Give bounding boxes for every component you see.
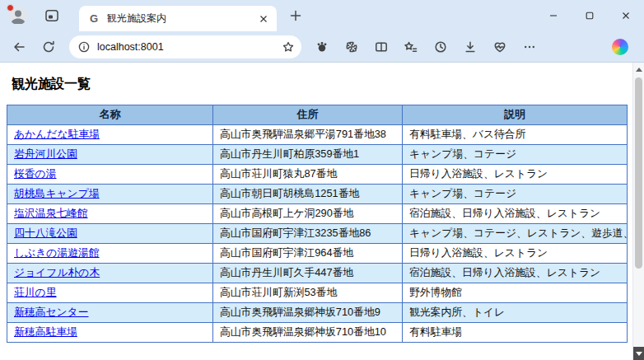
extension-icon-1[interactable] — [310, 35, 334, 59]
facility-link[interactable]: 岩舟河川公園 — [14, 147, 77, 160]
facility-link[interactable]: ジョイフル朴の木 — [14, 266, 100, 278]
facility-name-cell: 胡桃島キャンプ場 — [7, 185, 213, 204]
scroll-up-icon — [636, 68, 642, 72]
browser-essentials-icon[interactable] — [488, 35, 512, 59]
facility-description-cell: 有料駐車場、バス待合所 — [403, 125, 628, 145]
facility-name-cell: しぶきの湯遊湯館 — [7, 244, 213, 264]
browser-window: G 観光施設案内 — [0, 0, 644, 360]
facility-description-cell: 有料駐車場 — [403, 323, 628, 343]
browser-tab[interactable]: G 観光施設案内 — [79, 6, 277, 31]
column-header-name: 名称 — [7, 105, 213, 125]
table-header-row: 名称 住所 説明 — [7, 105, 628, 125]
scroll-up-button[interactable] — [633, 63, 644, 76]
scrollbar-thumb[interactable] — [635, 77, 642, 269]
table-row: ジョイフル朴の木 高山市丹生川町久手447番地 宿泊施設、日帰り入浴施設、レスト… — [7, 264, 628, 283]
facility-description-cell: キャンプ場、コテージ — [403, 185, 628, 204]
site-info-icon[interactable] — [77, 40, 91, 54]
facility-link[interactable]: 四十八滝公園 — [14, 227, 77, 239]
refresh-button[interactable] — [36, 35, 61, 59]
facility-name-cell: ジョイフル朴の木 — [7, 264, 213, 283]
facility-description-cell: 宿泊施設、日帰り入浴施設、レストラン — [403, 204, 628, 224]
maximize-icon — [586, 12, 594, 20]
facility-description-cell: 日帰り入浴施設、レストラン — [403, 244, 628, 264]
refresh-icon — [41, 40, 56, 54]
facility-address-cell: 高山市奥飛騨温泉郷神坂710番地9 — [213, 303, 403, 323]
facility-description-cell: キャンプ場、コテージ — [403, 145, 628, 165]
address-bar[interactable]: localhost:8001 — [69, 35, 301, 58]
facility-name-cell: 岩舟河川公園 — [7, 145, 213, 165]
table-row: 新穂高センター 高山市奥飛騨温泉郷神坂710番地9 観光案内所、トイレ — [7, 303, 628, 323]
split-screen-icon[interactable] — [369, 35, 394, 59]
notification-badge — [7, 4, 14, 12]
facility-address-cell: 高山市丹生川町柏原359番地1 — [213, 145, 403, 165]
more-menu-icon[interactable] — [517, 35, 542, 59]
tab-close-icon[interactable] — [255, 11, 272, 27]
page-viewport: 観光施設一覧 名称 住所 説明 あかんだな駐車場 高山市奥飛騨温泉郷平湯791番… — [0, 63, 644, 360]
minimize-button[interactable] — [535, 0, 572, 31]
facility-address-cell: 高山市国府町宇津江3235番地86 — [213, 224, 403, 244]
window-controls — [535, 0, 644, 31]
extensions-puzzle-icon[interactable] — [339, 35, 364, 59]
facility-name-cell: 荘川の里 — [7, 283, 213, 303]
facility-description-cell: 日帰り入浴施設、レストラン — [403, 165, 628, 185]
maximize-button[interactable] — [572, 0, 608, 31]
favorites-icon[interactable] — [399, 35, 423, 59]
facility-link[interactable]: しぶきの湯遊湯館 — [14, 246, 100, 259]
scroll-down-button[interactable] — [633, 347, 644, 360]
facility-name-cell: 新穂高駐車場 — [7, 323, 213, 343]
facility-address-cell: 高山市奥飛騨温泉郷平湯791番地38 — [213, 125, 403, 145]
back-button[interactable] — [7, 35, 31, 59]
facility-address-cell: 高山市朝日町胡桃島1251番地 — [213, 185, 403, 204]
facility-name-cell: 塩沢温泉七峰館 — [7, 204, 213, 224]
facility-description-cell: キャンプ場、コテージ、レストラン、遊歩道、 — [403, 224, 628, 244]
facility-address-cell: 高山市荘川町猿丸87番地 — [213, 165, 403, 185]
column-header-address: 住所 — [213, 105, 403, 125]
table-row: しぶきの湯遊湯館 高山市国府町宇津江964番地 日帰り入浴施設、レストラン — [7, 244, 628, 264]
table-row: あかんだな駐車場 高山市奥飛騨温泉郷平湯791番地38 有料駐車場、バス待合所 — [7, 125, 628, 145]
facility-address-cell: 高山市奥飛騨温泉郷神坂710番地10 — [213, 323, 403, 343]
downloads-icon[interactable] — [458, 35, 483, 59]
facility-address-cell: 高山市荘川町新渕53番地 — [213, 283, 403, 303]
copilot-button[interactable] — [608, 35, 632, 59]
close-icon — [622, 12, 630, 20]
facility-description-cell: 宿泊施設、日帰り入浴施設、レストラン — [403, 264, 628, 283]
close-button[interactable] — [608, 0, 644, 31]
facility-address-cell: 高山市高根町上ケ洞290番地 — [213, 204, 403, 224]
facility-name-cell: 桜香の湯 — [7, 165, 213, 185]
table-row: 荘川の里 高山市荘川町新渕53番地 野外博物館 — [7, 283, 628, 303]
tab-title: 観光施設案内 — [107, 12, 255, 26]
url-text: localhost:8001 — [97, 41, 282, 53]
new-tab-button[interactable] — [285, 5, 306, 26]
facility-link[interactable]: 塩沢温泉七峰館 — [14, 207, 88, 219]
table-row: 塩沢温泉七峰館 高山市高根町上ケ洞290番地 宿泊施設、日帰り入浴施設、レストラ… — [7, 204, 628, 224]
facility-description-cell: 観光案内所、トイレ — [403, 303, 628, 323]
table-row: 胡桃島キャンプ場 高山市朝日町胡桃島1251番地 キャンプ場、コテージ — [7, 185, 628, 204]
scrollbar-track[interactable] — [633, 76, 644, 347]
facility-name-cell: あかんだな駐車場 — [7, 125, 213, 145]
vertical-scrollbar[interactable] — [632, 63, 644, 360]
facility-link[interactable]: 荘川の里 — [14, 286, 57, 298]
facility-address-cell: 高山市丹生川町久手447番地 — [213, 264, 403, 283]
facilities-table: 名称 住所 説明 あかんだな駐車場 高山市奥飛騨温泉郷平湯791番地38 有料駐… — [7, 105, 628, 343]
facility-link[interactable]: 新穂高駐車場 — [14, 325, 77, 338]
facility-link[interactable]: あかんだな駐車場 — [14, 128, 100, 140]
facility-address-cell: 高山市国府町宇津江964番地 — [213, 244, 403, 264]
facility-name-cell: 四十八滝公園 — [7, 224, 213, 244]
history-icon[interactable] — [428, 35, 453, 59]
column-header-description: 説明 — [403, 105, 628, 125]
facility-link[interactable]: 新穂高センター — [14, 306, 88, 318]
facility-link[interactable]: 胡桃島キャンプ場 — [14, 187, 100, 199]
workspaces-icon[interactable] — [43, 7, 61, 25]
scroll-down-icon — [636, 352, 642, 356]
profile-avatar[interactable] — [8, 6, 28, 26]
favorite-star-icon[interactable] — [282, 40, 295, 54]
back-icon — [12, 40, 26, 54]
titlebar: G 観光施設案内 — [0, 0, 644, 31]
minimize-icon — [549, 12, 558, 20]
tab-favicon-icon: G — [87, 12, 100, 26]
facility-name-cell: 新穂高センター — [7, 303, 213, 323]
facility-link[interactable]: 桜香の湯 — [14, 167, 57, 180]
table-row: 新穂高駐車場 高山市奥飛騨温泉郷神坂710番地10 有料駐車場 — [7, 323, 628, 343]
navigation-bar: localhost:8001 — [0, 31, 644, 63]
table-row: 岩舟河川公園 高山市丹生川町柏原359番地1 キャンプ場、コテージ — [7, 145, 628, 165]
